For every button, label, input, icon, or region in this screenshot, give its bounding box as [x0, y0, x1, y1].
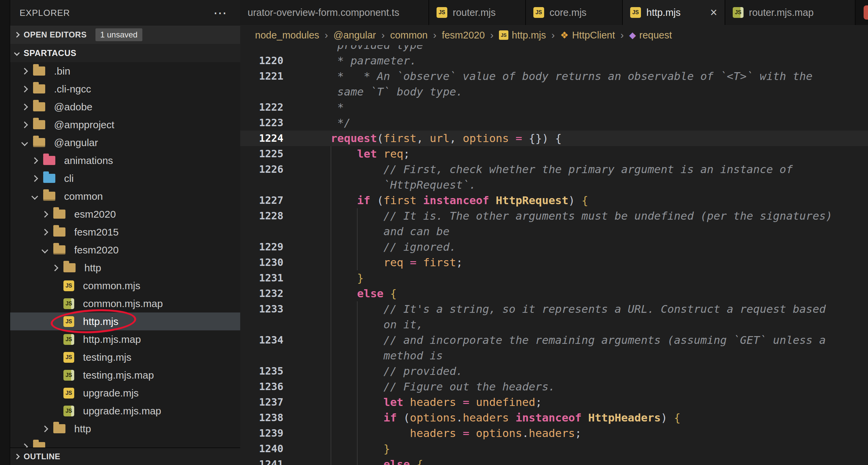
code-token: =	[509, 132, 529, 145]
code-line-wrap[interactable]: method is	[240, 348, 868, 363]
code-line-wrap[interactable]: `HttpRequest`.	[240, 177, 868, 193]
breadcrumb-item-@angular[interactable]: @angular	[333, 30, 376, 41]
chevron-right-icon	[32, 158, 43, 163]
outline-section-header[interactable]: OUTLINE	[10, 447, 240, 465]
line-number: 1241	[240, 457, 283, 465]
breadcrumb-item-node_modules[interactable]: node_modules	[255, 30, 319, 41]
comment-token: // First, check whether the primary argu…	[384, 163, 793, 176]
editor-tab-router.mjs[interactable]: JSrouter.mjs	[429, 0, 526, 25]
line-number: 1232	[240, 286, 283, 301]
code-token: ;	[403, 147, 410, 160]
more-actions-icon[interactable]: ⋯	[213, 9, 227, 16]
folder-icon	[33, 138, 45, 147]
comment-token: */	[337, 116, 351, 129]
tree-item-common[interactable]: common	[10, 187, 240, 205]
tree-item-testing.mjs.map[interactable]: JStesting.mjs.map	[10, 366, 240, 384]
code-line-wrap[interactable]: provided type	[240, 45, 868, 53]
code-line-1221[interactable]: 1221* * An `observe` value of body retur…	[240, 69, 868, 84]
tree-item-@angular[interactable]: @angular	[10, 134, 240, 152]
code-line-1230[interactable]: 1230req = first;	[240, 255, 868, 270]
code-token: HttpRequest	[496, 194, 568, 207]
breadcrumb-separator: ›	[433, 29, 437, 41]
breadcrumb-item-request[interactable]: ◆request	[629, 30, 672, 41]
code-line-1227[interactable]: 1227if (first instanceof HttpRequest) {	[240, 193, 868, 208]
code-line-1225[interactable]: 1225let req;	[240, 146, 868, 162]
code-line-1241[interactable]: 1241else {	[240, 457, 868, 465]
editor-tab-urator-overview-form.component.ts[interactable]: urator-overview-form.component.ts	[240, 0, 429, 25]
line-number: 1225	[240, 146, 283, 162]
breadcrumb-separator: ›	[620, 29, 624, 41]
tree-item-http.mjs[interactable]: JShttp.mjs	[10, 312, 240, 330]
code-line-1223[interactable]: 1223*/	[240, 115, 868, 131]
code-token	[384, 287, 390, 300]
tree-item-animations[interactable]: animations	[10, 152, 240, 169]
code-line-wrap[interactable]: on it,	[240, 317, 868, 332]
breadcrumb-item-common[interactable]: common	[390, 30, 427, 41]
code-line-1224[interactable]: 1224request(first, url, options = {}) {	[240, 131, 868, 146]
tree-item-fesm2015[interactable]: fesm2015	[10, 223, 240, 241]
tree-item-.cli-ngcc[interactable]: .cli-ngcc	[10, 80, 240, 98]
tree-item-esm2020[interactable]: esm2020	[10, 205, 240, 223]
editor-tab-router.mjs.map[interactable]: JSrouter.mjs.map	[725, 0, 856, 25]
code-token: ;	[575, 427, 582, 440]
tree-item-http[interactable]: http	[10, 259, 240, 277]
breadcrumb-item-HttpClient[interactable]: ❖HttpClient	[560, 30, 615, 41]
tree-item-@ampproject[interactable]: @ampproject	[10, 116, 240, 134]
code-line-1222[interactable]: 1222*	[240, 100, 868, 115]
tree-item-upgrade.mjs[interactable]: JSupgrade.mjs	[10, 384, 240, 402]
code-text: if (options.headers instanceof HttpHeade…	[384, 410, 681, 426]
editor-tab-core.mjs[interactable]: JScore.mjs	[526, 0, 623, 25]
breadcrumb-item-http.mjs[interactable]: JShttp.mjs	[499, 30, 546, 41]
tree-item-.bin[interactable]: .bin	[10, 62, 240, 80]
tree-item-label: testing.mjs	[83, 352, 131, 363]
code-text: // It is. The other arguments must be un…	[384, 208, 833, 224]
code-token: {	[417, 458, 423, 465]
code-line-1234[interactable]: 1234// and incorporate the remaining arg…	[240, 332, 868, 348]
chevron-right-icon	[43, 427, 53, 431]
code-token: .	[456, 411, 463, 424]
code-line-1239[interactable]: 1239headers = options.headers;	[240, 426, 868, 441]
code-line-1228[interactable]: 1228// It is. The other arguments must b…	[240, 208, 868, 224]
tab-label: router.mjs.map	[749, 7, 814, 18]
workspace-section-header[interactable]: SPARTACUS	[10, 44, 240, 62]
code-area[interactable]: provided type1220* parameter.1221* * An …	[240, 45, 868, 465]
tree-item-cli[interactable]: cli	[10, 169, 240, 187]
editor-tab-http.mjs[interactable]: JShttp.mjs×	[623, 0, 725, 25]
code-line-1229[interactable]: 1229// ignored.	[240, 239, 868, 255]
code-line-1238[interactable]: 1238if (options.headers instanceof HttpH…	[240, 410, 868, 426]
line-number: 1235	[240, 363, 283, 379]
code-token: let	[357, 147, 377, 160]
tree-item-upgrade.mjs.map[interactable]: JSupgrade.mjs.map	[10, 402, 240, 420]
tree-item-http.mjs.map[interactable]: JShttp.mjs.map	[10, 330, 240, 348]
tree-item-@adobe[interactable]: @adobe	[10, 98, 240, 116]
code-line-wrap[interactable]: same `T` body type.	[240, 84, 868, 100]
tree-item-fesm2020[interactable]: fesm2020	[10, 241, 240, 259]
code-token: =	[456, 396, 476, 409]
tree-item-http[interactable]: http	[10, 420, 240, 438]
code-line-wrap[interactable]: and can be	[240, 224, 868, 239]
code-text: * parameter.	[337, 53, 417, 69]
code-line-1236[interactable]: 1236// Figure out the headers.	[240, 379, 868, 394]
code-line-1235[interactable]: 1235// provided.	[240, 363, 868, 379]
breadcrumb-item-fesm2020[interactable]: fesm2020	[442, 30, 485, 41]
code-line-1233[interactable]: 1233// It's a string, so it represents a…	[240, 301, 868, 317]
tree-item-partial[interactable]	[10, 438, 240, 447]
explorer-header: EXPLORER ⋯	[10, 0, 240, 26]
code-token: )	[568, 194, 582, 207]
code-token: ,	[417, 132, 430, 145]
code-line-1231[interactable]: 1231}	[240, 270, 868, 286]
code-line-1220[interactable]: 1220* parameter.	[240, 53, 868, 69]
tree-item-testing.mjs[interactable]: JStesting.mjs	[10, 348, 240, 366]
open-editors-section[interactable]: OPEN EDITORS 1 unsaved	[10, 26, 240, 44]
tab-close-icon[interactable]: ×	[702, 7, 717, 18]
code-line-1226[interactable]: 1226// First, check whether the primary …	[240, 162, 868, 177]
code-line-1232[interactable]: 1232else {	[240, 286, 868, 301]
code-token	[377, 147, 384, 160]
line-number: 1233	[240, 301, 283, 317]
partial-icon-right[interactable]	[864, 5, 868, 20]
tree-item-label: http	[84, 262, 101, 274]
tree-item-common.mjs[interactable]: JScommon.mjs	[10, 277, 240, 295]
tree-item-common.mjs.map[interactable]: JScommon.mjs.map	[10, 295, 240, 312]
code-line-1240[interactable]: 1240}	[240, 441, 868, 457]
code-line-1237[interactable]: 1237let headers = undefined;	[240, 394, 868, 410]
